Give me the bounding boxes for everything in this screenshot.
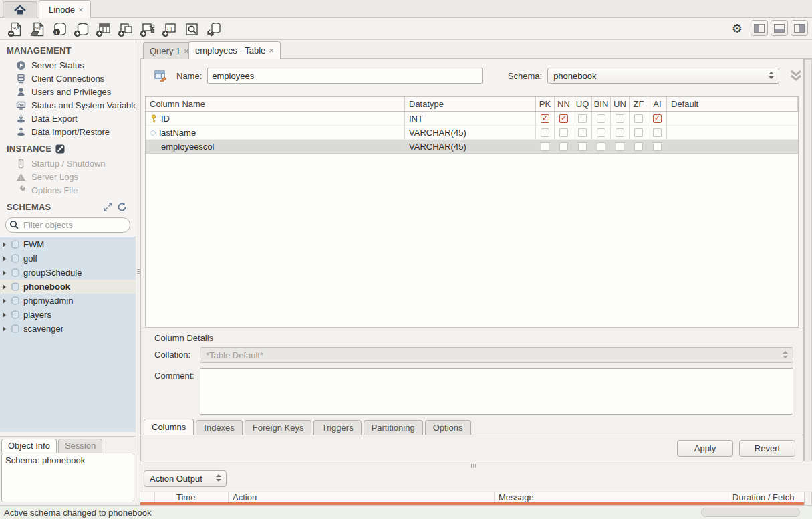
subtab-partitioning[interactable]: Partitioning bbox=[364, 420, 423, 435]
home-tab[interactable] bbox=[3, 1, 37, 18]
schema-select[interactable]: phonebook bbox=[547, 68, 779, 84]
sidebar-item-options-file[interactable]: Options File bbox=[0, 183, 136, 197]
header-datatype[interactable]: Datatype bbox=[405, 97, 536, 111]
sidebar-item-client-connections[interactable]: Client Connections bbox=[0, 72, 136, 85]
collation-select[interactable]: *Table Default* bbox=[200, 347, 793, 363]
checkbox-uq[interactable] bbox=[578, 114, 587, 123]
tab-employees-table[interactable]: employees - Table × bbox=[188, 41, 281, 59]
connection-tab-linode[interactable]: Linode × bbox=[39, 0, 91, 18]
output-splitter-grip[interactable] bbox=[471, 464, 482, 468]
db-info-button[interactable]: i bbox=[48, 20, 70, 39]
checkbox-un[interactable] bbox=[616, 128, 624, 137]
create-schema-button[interactable] bbox=[70, 20, 92, 39]
checkbox-bin[interactable] bbox=[597, 142, 605, 151]
header-uq[interactable]: UQ bbox=[573, 97, 592, 111]
table-name-input[interactable] bbox=[207, 68, 483, 84]
subtab-options[interactable]: Options bbox=[425, 420, 471, 435]
schema-item-scavenger[interactable]: scavenger bbox=[0, 322, 136, 336]
schema-item-players[interactable]: players bbox=[0, 308, 136, 322]
checkbox-uq[interactable] bbox=[578, 128, 587, 137]
checkbox-bin[interactable] bbox=[597, 114, 605, 123]
subtab-columns[interactable]: Columns bbox=[144, 419, 194, 435]
sidebar-item-server-logs[interactable]: Server Logs bbox=[0, 170, 136, 183]
create-function-button[interactable]: { } bbox=[158, 20, 180, 39]
expand-schemas-icon[interactable] bbox=[104, 203, 112, 211]
output-header-message[interactable]: Message bbox=[495, 492, 728, 502]
create-procedure-button[interactable] bbox=[136, 20, 158, 39]
checkbox-nn[interactable] bbox=[559, 114, 568, 123]
output-header-action[interactable]: Action bbox=[229, 492, 495, 502]
sidebar-item-startup-shutdown[interactable]: Startup / Shutdown bbox=[0, 157, 136, 170]
subtab-foreign-keys[interactable]: Foreign Keys bbox=[245, 420, 312, 435]
header-ai[interactable]: AI bbox=[648, 97, 667, 111]
expand-arrow-icon[interactable] bbox=[3, 312, 6, 318]
checkbox-nn[interactable] bbox=[559, 142, 568, 151]
expand-arrow-icon[interactable] bbox=[3, 256, 6, 262]
checkbox-ai[interactable] bbox=[653, 114, 662, 123]
checkbox-pk[interactable] bbox=[541, 142, 549, 151]
column-row-employeescol[interactable]: employeescol VARCHAR(45) bbox=[146, 140, 798, 154]
action-output-select[interactable]: Action Output bbox=[144, 470, 227, 487]
toggle-left-sidebar-button[interactable] bbox=[751, 20, 768, 36]
output-header-time[interactable]: Time bbox=[172, 492, 229, 502]
close-icon[interactable]: × bbox=[78, 5, 84, 15]
expand-arrow-icon[interactable] bbox=[3, 242, 6, 247]
schema-item-phpmyadmin[interactable]: phpmyadmin bbox=[0, 294, 136, 308]
expand-arrow-icon[interactable] bbox=[3, 284, 6, 290]
sidebar-item-users-privileges[interactable]: Users and Privileges bbox=[0, 85, 136, 98]
expand-form-chevron-icon[interactable] bbox=[789, 69, 803, 82]
checkbox-zf[interactable] bbox=[634, 128, 643, 137]
open-sql-script-button[interactable]: SQL bbox=[26, 20, 48, 39]
expand-arrow-icon[interactable] bbox=[3, 270, 6, 276]
checkbox-zf[interactable] bbox=[634, 142, 643, 151]
tab-session[interactable]: Session bbox=[58, 439, 102, 453]
sidebar-item-system-variables[interactable]: Status and System Variables bbox=[0, 98, 136, 112]
header-column-name[interactable]: Column Name bbox=[146, 97, 405, 111]
create-table-button[interactable] bbox=[92, 20, 114, 39]
column-row-id[interactable]: ID INT bbox=[146, 112, 798, 126]
revert-button[interactable]: Revert bbox=[739, 440, 795, 457]
expand-arrow-icon[interactable] bbox=[3, 298, 6, 304]
sidebar-item-data-export[interactable]: Data Export bbox=[0, 112, 136, 125]
sidebar-item-data-import[interactable]: Data Import/Restore bbox=[0, 125, 136, 138]
reconnect-dbms-button[interactable] bbox=[202, 20, 225, 39]
subtab-triggers[interactable]: Triggers bbox=[313, 420, 361, 435]
checkbox-ai[interactable] bbox=[653, 128, 662, 137]
output-header-duration[interactable]: Duration / Fetch bbox=[728, 492, 804, 502]
filter-objects-input[interactable] bbox=[5, 217, 130, 233]
search-table-data-button[interactable] bbox=[180, 20, 202, 39]
checkbox-un[interactable] bbox=[616, 114, 624, 123]
header-bin[interactable]: BIN bbox=[592, 97, 611, 111]
checkbox-pk[interactable] bbox=[541, 114, 549, 123]
header-default[interactable]: Default bbox=[667, 97, 798, 111]
horizontal-scrollbar-thumb[interactable] bbox=[701, 508, 800, 517]
checkbox-uq[interactable] bbox=[578, 142, 587, 151]
header-zf[interactable]: ZF bbox=[630, 97, 648, 111]
checkbox-pk[interactable] bbox=[541, 128, 549, 137]
toggle-bottom-panel-button[interactable] bbox=[771, 20, 788, 36]
sidebar-item-server-status[interactable]: Server Status bbox=[0, 58, 136, 72]
checkbox-un[interactable] bbox=[616, 142, 624, 151]
sidebar-splitter[interactable] bbox=[136, 40, 140, 505]
tab-object-info[interactable]: Object Info bbox=[1, 439, 57, 453]
editor-vertical-scrollbar[interactable] bbox=[804, 59, 812, 461]
expand-arrow-icon[interactable] bbox=[3, 326, 6, 332]
column-row-lastname[interactable]: ◇ lastName VARCHAR(45) bbox=[146, 126, 798, 140]
checkbox-nn[interactable] bbox=[559, 128, 568, 137]
create-view-button[interactable] bbox=[114, 20, 136, 39]
schema-item-fwm[interactable]: FWM bbox=[0, 237, 136, 251]
header-un[interactable]: UN bbox=[611, 97, 630, 111]
checkbox-bin[interactable] bbox=[597, 128, 605, 137]
header-nn[interactable]: NN bbox=[555, 97, 573, 111]
close-icon[interactable]: × bbox=[269, 45, 274, 56]
schema-item-groupschedule[interactable]: groupSchedule bbox=[0, 266, 136, 280]
refresh-schemas-icon[interactable] bbox=[118, 203, 126, 211]
checkbox-zf[interactable] bbox=[634, 114, 643, 123]
header-pk[interactable]: PK bbox=[536, 97, 555, 111]
subtab-indexes[interactable]: Indexes bbox=[196, 420, 243, 435]
comment-textarea[interactable] bbox=[200, 368, 793, 415]
schema-item-phonebook[interactable]: phonebook bbox=[0, 280, 136, 294]
checkbox-ai[interactable] bbox=[653, 142, 662, 151]
toggle-right-sidebar-button[interactable] bbox=[791, 20, 808, 36]
apply-button[interactable]: Apply bbox=[677, 440, 733, 457]
